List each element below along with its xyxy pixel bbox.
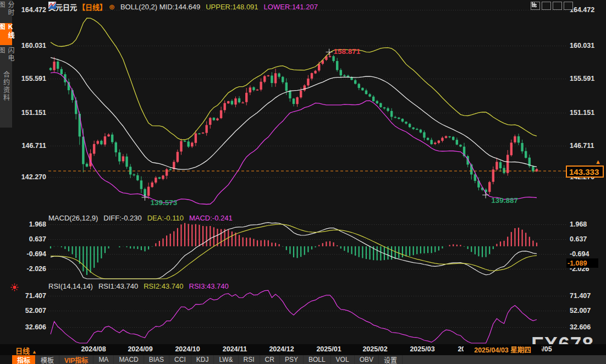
macd-axis-label: 1.968: [11, 220, 46, 229]
toolbar-item-15[interactable]: 设置: [379, 355, 403, 364]
date-tick: 2024/09: [128, 345, 152, 353]
toolbar-item-9[interactable]: RSI: [239, 355, 260, 364]
period-tag: 【日线】: [78, 2, 107, 12]
toolbar-item-5[interactable]: BIAS: [144, 355, 169, 364]
toolbar-item-4[interactable]: MACD: [114, 355, 144, 364]
date-tick: 2025/03: [410, 345, 434, 353]
date-tick: 2024/08: [81, 345, 106, 353]
period-label: 日线: [15, 347, 30, 355]
rsi-axis-label: 32.606: [11, 323, 46, 332]
rsi-title: RSI(14,14,14): [48, 282, 93, 290]
price-axis-label: 160.031: [11, 41, 46, 50]
period-selector[interactable]: 日线▲: [15, 345, 37, 356]
toolbar-item-8[interactable]: LW&: [214, 355, 238, 364]
price-axis-label: 146.711: [570, 141, 594, 150]
date-tick: 2024/12: [269, 345, 294, 353]
price-axis-label: 164.472: [11, 5, 46, 14]
toolbar-item-1[interactable]: 模板: [36, 355, 59, 364]
svg-text:158.871: 158.871: [334, 47, 361, 56]
svg-text:139.887: 139.887: [491, 196, 518, 205]
price-axis-label: 155.591: [570, 74, 594, 83]
toolbar-item-13[interactable]: VOL: [331, 355, 355, 364]
macd-title: MACD(26,12,9): [48, 214, 98, 222]
toolbar-item-14[interactable]: OBV: [355, 355, 379, 364]
boll-upper-readout: UPPER:148.091: [206, 3, 258, 11]
macd-axis-label: -2.026: [11, 264, 46, 273]
rsi-axis-label: 52.007: [11, 306, 46, 315]
window-controls: [531, 2, 573, 10]
indicator-toolbar: 指标模板VIP指标MAMACDBIASCCIKDJLW&RSICRPSYBOLL…: [12, 355, 606, 364]
macd-current-value: -1.089: [566, 258, 598, 268]
rsi2-readout: RSI2:43.740: [144, 282, 183, 290]
macd-axis-label: 0.637: [570, 235, 587, 244]
boll-mid-readout: BOLL(20,2) MID:144.649: [120, 3, 200, 11]
rsi1-readout: RSI1:43.740: [98, 282, 138, 290]
date-axis: 日线▲ 2024/082024/092024/102024/112024/122…: [0, 344, 606, 355]
macd-header: MACD(26,12,9) DIFF:-0.230 DEA:-0.110 MAC…: [48, 214, 233, 222]
macd-axis-label: 1.968: [570, 220, 587, 229]
sidebar-item-2[interactable]: 闪电图: [0, 47, 12, 69]
svg-text:139.573: 139.573: [150, 198, 177, 207]
macd-macd-readout: MACD:-0.241: [189, 214, 233, 222]
rsi-axis-label: 32.606: [570, 323, 591, 332]
rsi3-readout: RSI3:43.740: [189, 282, 229, 290]
price-axis-label: 142.270: [11, 173, 46, 181]
toolbar-item-2[interactable]: VIP指标: [59, 355, 93, 364]
price-axis-label: 151.151: [570, 108, 594, 117]
toolbar-item-12[interactable]: BOLL: [304, 355, 331, 364]
date-tick: 2025/02: [362, 345, 387, 353]
price-axis-label: 160.031: [570, 41, 594, 50]
date-tick: 2024/10: [175, 345, 200, 353]
toolbar-item-0[interactable]: 指标: [12, 355, 36, 364]
rsi-axis-label: 71.407: [570, 291, 591, 300]
current-price-box: 143.333: [566, 166, 604, 178]
rsi-axis-label: 71.407: [11, 291, 46, 300]
toolbar-item-6[interactable]: CCI: [169, 355, 191, 364]
toolbar-item-11[interactable]: PSY: [280, 355, 304, 364]
sidebar: 分时图K线图闪电图合约资料: [0, 0, 12, 128]
price-up-arrow-icon: ▲: [595, 159, 601, 164]
macd-dea-readout: DEA:-0.110: [147, 214, 184, 222]
toolbar-item-3[interactable]: MA: [93, 355, 114, 364]
date-highlight: 2025/04/03 星期四: [464, 345, 542, 354]
add-symbol-icon[interactable]: ⊕: [109, 3, 115, 11]
macd-axis-label: -0.694: [11, 250, 46, 258]
axis-zoom-icon[interactable]: [542, 2, 551, 10]
sidebar-item-3[interactable]: 合约资料: [0, 70, 12, 102]
sidebar-item-1[interactable]: K线图: [0, 23, 12, 45]
boll-lower-readout: LOWER:141.207: [264, 3, 318, 11]
price-axis-label: 146.711: [11, 141, 46, 150]
macd-diff-readout: DIFF:-0.230: [103, 214, 141, 222]
period-arrow-icon: ▲: [32, 349, 37, 355]
macd-axis-label: -0.694: [570, 250, 589, 258]
toolbar-item-10[interactable]: CR: [260, 355, 280, 364]
toolbar-item-7[interactable]: KDJ: [191, 355, 214, 364]
main-chart-header: 美元日元 【日线】 ⊕ BOLL(20,2) MID:144.649 UPPER…: [48, 2, 318, 12]
date-tick: 2024/11: [223, 345, 247, 353]
axis-pan-icon[interactable]: [553, 2, 562, 10]
rsi-header: RSI(14,14,14) RSI1:43.740 RSI2:43.740 RS…: [48, 282, 229, 290]
axis-reset-icon[interactable]: [564, 2, 573, 10]
sidebar-item-0[interactable]: 分时图: [0, 1, 12, 21]
macd-axis-label: 0.637: [11, 235, 46, 244]
price-axis-label: 164.472: [570, 5, 594, 14]
date-tick: 2025/01: [316, 345, 341, 353]
rsi-axis-label: 52.007: [570, 306, 591, 315]
price-axis-label: 151.151: [11, 108, 46, 117]
chart-canvas[interactable]: 158.871139.573139.887: [0, 0, 606, 364]
price-axis-label: 155.591: [11, 74, 46, 83]
trading-app-window: 158.871139.573139.887 分时图K线图闪电图合约资料 美元日元…: [0, 0, 606, 364]
